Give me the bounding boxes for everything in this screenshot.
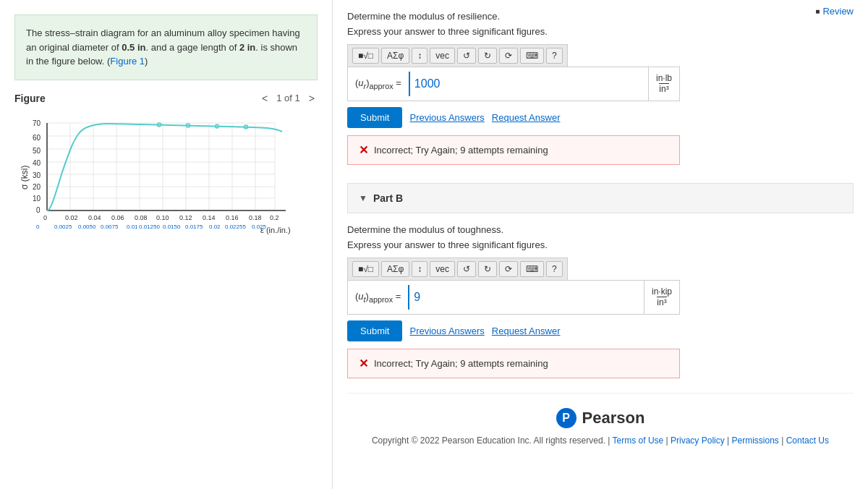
part-b-submit-btn[interactable]: Submit [347, 320, 402, 341]
svg-text:40: 40 [33, 159, 41, 167]
part-b-error-text: Incorrect; Try Again; 9 attempts remaini… [374, 358, 548, 369]
right-panel: Review Determine the modulus of resilien… [333, 0, 868, 489]
part-b-input-row: (ut)approx = in·kip in³ [347, 280, 680, 315]
svg-text:0: 0 [36, 224, 40, 230]
part-a-error-icon: ✕ [359, 143, 368, 157]
figure-nav-text: 1 of 1 [276, 93, 300, 103]
svg-text:0.02255: 0.02255 [225, 224, 246, 230]
privacy-link[interactable]: Privacy Policy [671, 435, 725, 446]
figure-title: Figure [14, 93, 46, 104]
stress-strain-graph: σ (ksi) ε (in./in.) 70 60 50 40 30 20 [14, 111, 315, 263]
toolbar-matrix-btn[interactable]: ■√□ [352, 48, 379, 64]
toolbar-redo-btn[interactable]: ↻ [478, 48, 497, 64]
toolbar-vec-btn[interactable]: vec [430, 48, 455, 64]
part-b-toolbar: ■√□ ΑΣφ ↕ vec ↺ ↻ ⟳ ⌨ ? [347, 258, 568, 280]
part-b-actions: Submit Previous Answers Request Answer [347, 320, 854, 341]
part-b-toolbar-redo-btn[interactable]: ↻ [478, 261, 497, 277]
toolbar-help-btn[interactable]: ? [546, 48, 563, 64]
part-b-input-label: (ut)approx = [348, 285, 408, 310]
svg-text:0.14: 0.14 [203, 214, 216, 221]
footer: P Pearson Copyright © 2022 Pearson Educa… [347, 393, 854, 456]
pearson-name: Pearson [582, 409, 645, 428]
svg-text:0.01250: 0.01250 [139, 224, 160, 230]
part-a-submit-btn[interactable]: Submit [347, 107, 402, 128]
part-a-subtext: Express your answer to three significant… [347, 26, 854, 37]
toolbar-keyboard-btn[interactable]: ⌨ [520, 48, 544, 64]
part-b-toolbar-matrix-btn[interactable]: ■√□ [352, 261, 379, 277]
review-link[interactable]: Review [815, 6, 854, 17]
part-b-arrow: ▼ [359, 193, 367, 203]
toolbar-undo-btn[interactable]: ↺ [457, 48, 476, 64]
svg-text:0.06: 0.06 [111, 214, 124, 221]
svg-text:0.12: 0.12 [179, 214, 192, 221]
figure-next-btn[interactable]: > [306, 91, 318, 106]
svg-text:0.0050: 0.0050 [78, 224, 96, 230]
figure-nav: < 1 of 1 > [259, 91, 318, 106]
toolbar-greek-btn[interactable]: ΑΣφ [381, 48, 409, 64]
part-b-label: Part B [373, 192, 403, 204]
toolbar-arrow-btn[interactable]: ↕ [412, 48, 427, 64]
figure-prev-btn[interactable]: < [259, 91, 271, 106]
part-b-toolbar-arrow-btn[interactable]: ↕ [412, 261, 427, 277]
svg-text:60: 60 [33, 134, 41, 142]
pearson-p-icon: P [556, 408, 576, 428]
part-b-header[interactable]: ▼ Part B [347, 183, 854, 213]
part-b-request-answer-btn[interactable]: Request Answer [492, 326, 561, 336]
part-a-prev-answers-btn[interactable]: Previous Answers [409, 112, 484, 123]
part-b-unit: in·kip in³ [644, 281, 679, 314]
svg-text:50: 50 [33, 147, 41, 155]
part-b-error-box: ✕ Incorrect; Try Again; 9 attempts remai… [347, 349, 680, 378]
part-b-content: Determine the modulus of toughness. Expr… [347, 213, 854, 378]
part-a-input-label: (ur)approx = [348, 72, 409, 96]
svg-text:σ (ksi): σ (ksi) [20, 165, 30, 189]
part-a-input[interactable] [409, 72, 648, 96]
svg-text:0.10: 0.10 [156, 214, 169, 221]
description-text: The stress–strain diagram for an aluminu… [26, 27, 300, 67]
part-b-toolbar-undo-btn[interactable]: ↺ [457, 261, 476, 277]
svg-text:0.025: 0.025 [252, 224, 267, 230]
terms-link[interactable]: Terms of Use [613, 435, 664, 446]
figure-section: Figure < 1 of 1 > σ (ksi) [14, 91, 318, 263]
figure-header: Figure < 1 of 1 > [14, 91, 318, 106]
svg-text:20: 20 [33, 183, 41, 191]
svg-text:0.2: 0.2 [270, 214, 279, 221]
footer-links: Copyright © 2022 Pearson Education Inc. … [347, 435, 854, 446]
contact-link[interactable]: Contact Us [786, 435, 829, 446]
part-b-instruction: Determine the modulus of toughness. [347, 224, 854, 235]
part-b-error-icon: ✕ [359, 357, 368, 370]
part-a-error-text: Incorrect; Try Again; 9 attempts remaini… [374, 145, 548, 156]
svg-text:0.18: 0.18 [249, 214, 262, 221]
part-b-toolbar-refresh-btn[interactable]: ⟳ [499, 261, 518, 277]
svg-text:0.02: 0.02 [65, 214, 78, 221]
toolbar-refresh-btn[interactable]: ⟳ [499, 48, 518, 64]
part-a-toolbar: ■√□ ΑΣφ ↕ vec ↺ ↻ ⟳ ⌨ ? [347, 44, 568, 67]
svg-text:0.01: 0.01 [127, 224, 138, 230]
svg-text:0.02: 0.02 [209, 224, 221, 230]
svg-text:0: 0 [36, 206, 41, 214]
part-a-error-box: ✕ Incorrect; Try Again; 9 attempts remai… [347, 135, 680, 165]
svg-text:30: 30 [33, 171, 41, 179]
svg-text:0: 0 [43, 214, 47, 221]
svg-text:0.0075: 0.0075 [101, 224, 119, 230]
figure-1-link[interactable]: Figure 1 [110, 56, 145, 67]
part-b-toolbar-vec-btn[interactable]: vec [430, 261, 455, 277]
part-a-actions: Submit Previous Answers Request Answer [347, 107, 854, 128]
svg-text:0.0025: 0.0025 [54, 224, 72, 230]
part-b-prev-answers-btn[interactable]: Previous Answers [409, 326, 484, 336]
part-a-section: Determine the modulus of resilience. Exp… [347, 0, 854, 176]
svg-text:0.08: 0.08 [135, 214, 148, 221]
svg-text:0.0175: 0.0175 [185, 224, 203, 230]
part-b-section: ▼ Part B Determine the modulus of toughn… [347, 183, 854, 378]
part-a-request-answer-btn[interactable]: Request Answer [492, 112, 561, 123]
part-b-toolbar-greek-btn[interactable]: ΑΣφ [381, 261, 409, 277]
part-b-subtext: Express your answer to three significant… [347, 239, 854, 250]
part-b-toolbar-keyboard-btn[interactable]: ⌨ [520, 261, 544, 277]
part-b-input[interactable] [408, 285, 644, 310]
permissions-link[interactable]: Permissions [732, 435, 779, 446]
part-b-toolbar-help-btn[interactable]: ? [546, 261, 563, 277]
pearson-logo: P Pearson [347, 408, 854, 428]
problem-description: The stress–strain diagram for an aluminu… [14, 14, 318, 80]
svg-text:10: 10 [33, 195, 41, 203]
svg-text:70: 70 [33, 119, 41, 127]
copyright-text: Copyright © 2022 Pearson Education Inc. … [372, 435, 610, 446]
